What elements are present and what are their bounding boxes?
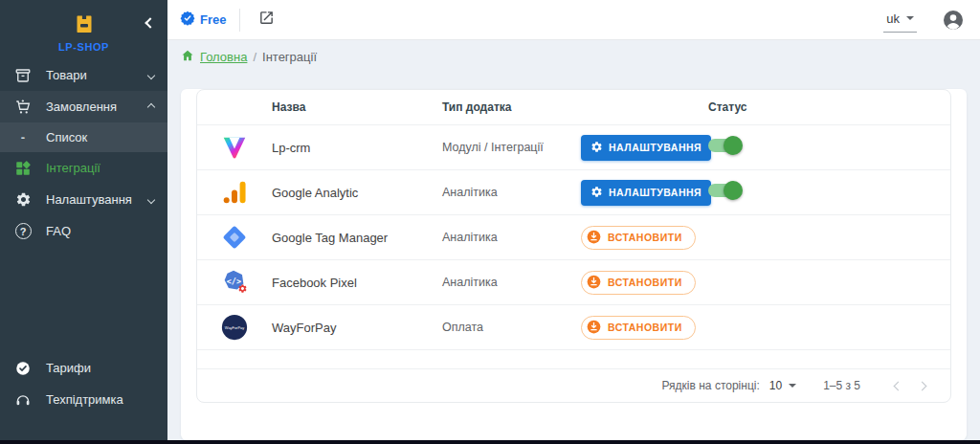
configure-button-label: НАЛАШТУВАННЯ <box>609 187 702 198</box>
sidebar-item-label: Налаштування <box>46 192 148 207</box>
empty-row <box>197 349 950 368</box>
sidebar-item-label: Товари <box>46 68 148 82</box>
install-button[interactable]: ВСТАНОВИТИ <box>581 271 696 295</box>
previous-page-button[interactable] <box>885 374 908 397</box>
integration-name: WayForPay <box>272 321 442 335</box>
download-icon <box>587 320 601 336</box>
integration-name: Google Tag Manager <box>272 231 442 245</box>
sidebar-item-orders[interactable]: Замовлення <box>0 91 167 122</box>
sidebar-item-faq[interactable]: ? FAQ <box>0 215 167 247</box>
home-icon <box>181 49 194 65</box>
box-icon <box>13 66 33 85</box>
wayforpay-logo-text: WayForPay <box>225 325 244 330</box>
status-toggle[interactable] <box>708 184 740 197</box>
sidebar-item-label: Список <box>46 130 154 144</box>
headset-icon <box>13 390 33 410</box>
integration-name: Google Analytic <box>272 186 442 200</box>
rows-per-page-value: 10 <box>769 379 782 392</box>
column-header-name: Назва <box>272 100 442 114</box>
chevron-left-icon <box>894 381 903 390</box>
language-select[interactable]: uk <box>883 8 917 33</box>
table-row: Google Tag Manager Аналітика ВСТАНОВИТИ <box>197 214 950 259</box>
gear-icon <box>590 141 603 155</box>
main-content: Головна / Інтеграції Назва Тип додатка С… <box>167 40 980 440</box>
sidebar-item-integrations[interactable]: Інтеграції <box>0 152 167 184</box>
integrations-table: Назва Тип додатка Статус Lp-crm <box>196 89 951 403</box>
pagination-range: 1–5 з 5 <box>823 379 860 392</box>
integration-name: Facebook Pixel <box>272 276 442 290</box>
configure-button[interactable]: НАЛАШТУВАННЯ <box>581 135 711 161</box>
logo-text: LP-SHOP <box>58 41 109 53</box>
column-header-status: Статус <box>703 100 950 114</box>
integration-type: Модулі / Інтеграції <box>442 141 581 154</box>
sidebar-collapse-icon[interactable] <box>145 17 155 28</box>
breadcrumb-current: Інтеграції <box>262 50 317 64</box>
integration-type: Аналітика <box>442 186 581 199</box>
avatar-icon <box>942 18 965 34</box>
code-glyph: </> <box>227 277 241 286</box>
table-pagination: Рядків на сторінці: 10 1–5 з 5 <box>197 368 950 402</box>
language-value: uk <box>886 11 900 26</box>
sidebar-item-tariffs[interactable]: Тарифи <box>0 352 167 384</box>
verified-badge-icon <box>180 11 195 30</box>
install-button-label: ВСТАНОВИТИ <box>608 232 682 243</box>
shop-bag-icon <box>72 12 97 39</box>
topbar-divider <box>239 9 240 32</box>
sidebar-item-settings[interactable]: Налаштування <box>0 184 167 215</box>
sidebar-item-label: Інтеграції <box>46 161 154 175</box>
table-row: Lp-crm Модулі / Інтеграції НАЛАШТУВАННЯ <box>197 124 950 169</box>
sidebar-item-label: FAQ <box>46 224 154 238</box>
dash-bullet: - <box>13 130 33 144</box>
status-toggle[interactable] <box>708 139 740 152</box>
next-page-button[interactable] <box>912 374 935 397</box>
logo: LP-SHOP <box>0 0 167 59</box>
chevron-down-icon <box>147 71 155 78</box>
rows-per-page-label: Рядків на сторінці: <box>662 379 760 392</box>
download-icon <box>587 230 601 246</box>
install-button[interactable]: ВСТАНОВИТИ <box>581 226 696 250</box>
google-analytics-logo-icon <box>197 179 272 206</box>
help-icon: ? <box>13 222 33 241</box>
configure-button-label: НАЛАШТУВАННЯ <box>609 142 702 153</box>
breadcrumb-separator: / <box>253 50 256 64</box>
integration-type: Аналітика <box>442 276 581 289</box>
google-tag-manager-logo-icon <box>197 224 272 251</box>
chevron-down-icon <box>147 195 155 203</box>
open-storefront-button[interactable] <box>254 8 278 33</box>
badge-check-icon <box>13 359 33 378</box>
sidebar-item-label: Техпідтримка <box>46 392 154 407</box>
install-button[interactable]: ВСТАНОВИТИ <box>581 316 696 340</box>
account-menu-button[interactable] <box>942 9 965 32</box>
chevron-up-icon <box>147 102 155 110</box>
sidebar-item-products[interactable]: Товари <box>0 59 167 91</box>
integration-type: Оплата <box>442 321 581 334</box>
facebook-pixel-logo-icon: </> <box>197 268 272 297</box>
breadcrumb-home-link[interactable]: Головна <box>200 50 247 64</box>
integration-type: Аналітика <box>442 231 581 244</box>
sidebar-item-orders-list[interactable]: - Список <box>0 122 167 152</box>
topbar: Free uk <box>167 0 980 40</box>
sidebar-item-support[interactable]: Техпідтримка <box>0 384 167 415</box>
gear-icon <box>13 190 33 210</box>
configure-button[interactable]: НАЛАШТУВАННЯ <box>581 180 711 206</box>
table-header-row: Назва Тип додатка Статус <box>197 90 950 124</box>
cart-icon <box>13 98 33 117</box>
install-button-label: ВСТАНОВИТИ <box>608 322 682 333</box>
caret-down-icon <box>906 16 914 20</box>
column-header-type: Тип додатка <box>442 100 581 114</box>
window-bottom-edge <box>0 440 980 444</box>
widgets-icon <box>13 159 33 178</box>
lp-crm-logo-icon <box>197 133 272 162</box>
plan-badge[interactable]: Free <box>180 11 226 30</box>
external-link-icon <box>258 10 275 30</box>
download-icon <box>587 275 601 291</box>
sidebar: LP-SHOP Товари Замовлення - Список <box>0 0 167 440</box>
chevron-right-icon <box>918 381 927 390</box>
plan-label: Free <box>200 12 226 27</box>
install-button-label: ВСТАНОВИТИ <box>608 277 682 288</box>
sidebar-menu: Товари Замовлення - Список Інтеграції <box>0 59 167 247</box>
rows-per-page-select[interactable]: 10 <box>769 379 796 392</box>
table-row: WayForPay WayForPay Оплата ВСТАНОВИТИ <box>197 304 950 349</box>
caret-down-icon <box>789 384 796 388</box>
sidebar-footer: Тарифи Техпідтримка <box>0 352 167 440</box>
